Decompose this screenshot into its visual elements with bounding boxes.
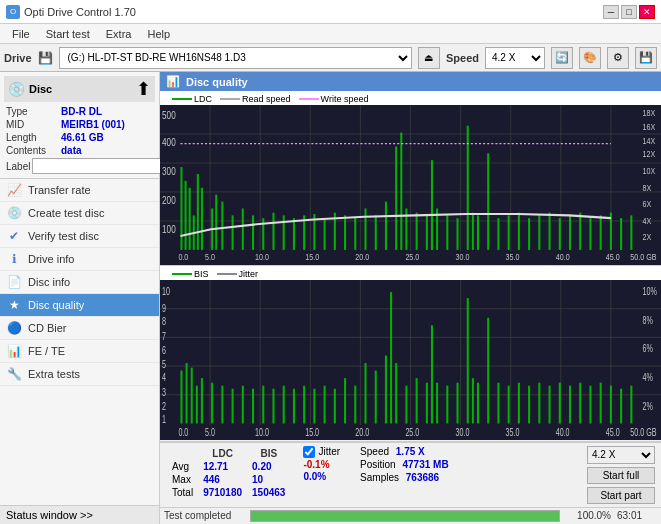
svg-rect-152	[375, 371, 377, 424]
svg-rect-170	[528, 386, 530, 424]
svg-rect-63	[385, 202, 387, 250]
close-button[interactable]: ✕	[639, 5, 655, 19]
svg-rect-57	[324, 219, 326, 251]
sidebar-menu: 📈 Transfer rate 💿 Create test disc ✔ Ver…	[0, 179, 159, 505]
svg-text:3: 3	[162, 387, 166, 399]
svg-rect-90	[630, 216, 632, 250]
chart-speed-select[interactable]: 4.2 X	[587, 446, 655, 464]
svg-text:6X: 6X	[643, 198, 652, 209]
menu-help[interactable]: Help	[139, 27, 178, 41]
start-full-button[interactable]: Start full	[587, 467, 655, 484]
svg-rect-74	[472, 213, 474, 250]
svg-rect-177	[600, 383, 602, 424]
sidebar-item-label: Transfer rate	[28, 184, 91, 196]
svg-rect-75	[477, 216, 479, 250]
settings-button[interactable]: ⚙	[607, 47, 629, 69]
svg-rect-138	[232, 389, 234, 424]
length-val: 46.61 GB	[61, 132, 104, 143]
svg-text:15.0: 15.0	[305, 251, 319, 262]
sidebar-item-verify-test-disc[interactable]: ✔ Verify test disc	[0, 225, 159, 248]
samples-key: Samples	[360, 472, 399, 483]
svg-rect-168	[508, 386, 510, 424]
svg-rect-68	[426, 216, 428, 250]
svg-text:40.0: 40.0	[556, 427, 570, 439]
save-button[interactable]: 💾	[635, 47, 657, 69]
svg-text:10%: 10%	[643, 286, 657, 298]
avg-ldc: 12.71	[199, 461, 246, 472]
sidebar-item-extra-tests[interactable]: 🔧 Extra tests	[0, 363, 159, 386]
color-button[interactable]: 🎨	[579, 47, 601, 69]
stats-row-max: Max 446 10	[168, 474, 289, 485]
speed-select[interactable]: 4.2 X	[485, 47, 545, 69]
svg-rect-67	[416, 213, 418, 250]
menu-file[interactable]: File	[4, 27, 38, 41]
stats-row-avg: Avg 12.71 0.20	[168, 461, 289, 472]
legend-read-speed-label: Read speed	[242, 94, 291, 104]
legend-bis: BIS	[172, 269, 209, 279]
svg-text:5: 5	[162, 359, 166, 371]
svg-rect-62	[375, 216, 377, 250]
sidebar-item-transfer-rate[interactable]: 📈 Transfer rate	[0, 179, 159, 202]
svg-rect-71	[446, 216, 448, 250]
svg-rect-158	[426, 383, 428, 424]
disc-expand-icon[interactable]: ⬆	[136, 78, 151, 100]
svg-rect-43	[197, 174, 199, 250]
svg-rect-176	[589, 386, 591, 424]
menu-extra[interactable]: Extra	[98, 27, 140, 41]
sidebar-item-disc-quality[interactable]: ★ Disc quality	[0, 294, 159, 317]
sidebar: 💿 Disc ⬆ Type BD-R DL MID MEIRB1 (001) L…	[0, 72, 160, 524]
drive-select[interactable]: (G:) HL-DT-ST BD-RE WH16NS48 1.D3	[59, 47, 412, 69]
refresh-button[interactable]: 🔄	[551, 47, 573, 69]
svg-rect-53	[283, 216, 285, 250]
disc-quality-icon: ★	[6, 298, 22, 312]
jitter-section: Jitter -0.1% 0.0%	[303, 446, 340, 482]
status-window-label: Status window >>	[6, 509, 93, 521]
maximize-button[interactable]: □	[621, 5, 637, 19]
eject-button[interactable]: ⏏	[418, 47, 440, 69]
svg-text:5.0: 5.0	[205, 427, 215, 439]
svg-rect-178	[610, 386, 612, 424]
svg-text:10X: 10X	[643, 165, 656, 176]
sidebar-item-fe-te[interactable]: 📊 FE / TE	[0, 340, 159, 363]
svg-text:35.0: 35.0	[506, 251, 520, 262]
top-chart: LDC Read speed Write speed	[160, 91, 661, 266]
minimize-button[interactable]: ─	[603, 5, 619, 19]
col-header-empty	[168, 448, 197, 459]
sidebar-item-create-test-disc[interactable]: 💿 Create test disc	[0, 202, 159, 225]
disc-row-length: Length 46.61 GB	[4, 132, 155, 143]
svg-text:7: 7	[162, 331, 166, 343]
svg-rect-69	[431, 161, 433, 251]
samples-row: Samples 763686	[360, 472, 449, 483]
svg-text:16X: 16X	[643, 121, 656, 132]
svg-text:2: 2	[162, 401, 166, 413]
svg-text:20.0: 20.0	[355, 251, 369, 262]
avg-bis: 0.20	[248, 461, 289, 472]
legend-read-speed: Read speed	[220, 94, 291, 104]
svg-rect-84	[569, 216, 571, 250]
svg-text:35.0: 35.0	[506, 427, 520, 439]
svg-rect-64	[395, 147, 397, 250]
top-chart-svg: 500 400 300 200 100 18X 16X 14X 12X 10X …	[160, 105, 661, 265]
svg-rect-61	[364, 209, 366, 250]
sidebar-item-cd-bier[interactable]: 🔵 CD Bier	[0, 317, 159, 340]
disc-icon: 💿	[8, 81, 25, 97]
jitter-checkbox[interactable]	[303, 446, 315, 458]
sidebar-item-drive-info[interactable]: ℹ Drive info	[0, 248, 159, 271]
mid-val: MEIRB1 (001)	[61, 119, 125, 130]
sidebar-item-label: Create test disc	[28, 207, 104, 219]
svg-rect-44	[201, 188, 203, 250]
bottom-chart-svg: 10 9 8 7 6 5 4 3 2 1 10% 8% 6% 4% 2%	[160, 280, 661, 440]
label-input[interactable]	[32, 158, 165, 174]
legend-ldc: LDC	[172, 94, 212, 104]
menu-start-test[interactable]: Start test	[38, 27, 98, 41]
svg-rect-72	[457, 219, 459, 251]
svg-rect-145	[303, 386, 305, 424]
start-part-button[interactable]: Start part	[587, 487, 655, 504]
content-area: 📊 Disc quality LDC Read speed	[160, 72, 661, 524]
sidebar-item-disc-info[interactable]: 📄 Disc info	[0, 271, 159, 294]
svg-text:2%: 2%	[643, 401, 653, 413]
svg-rect-155	[395, 363, 397, 423]
status-window-button[interactable]: Status window >>	[0, 505, 159, 524]
speed-pos-section: Speed 1.75 X Position 47731 MB Samples 7…	[360, 446, 449, 483]
disc-row-type: Type BD-R DL	[4, 106, 155, 117]
